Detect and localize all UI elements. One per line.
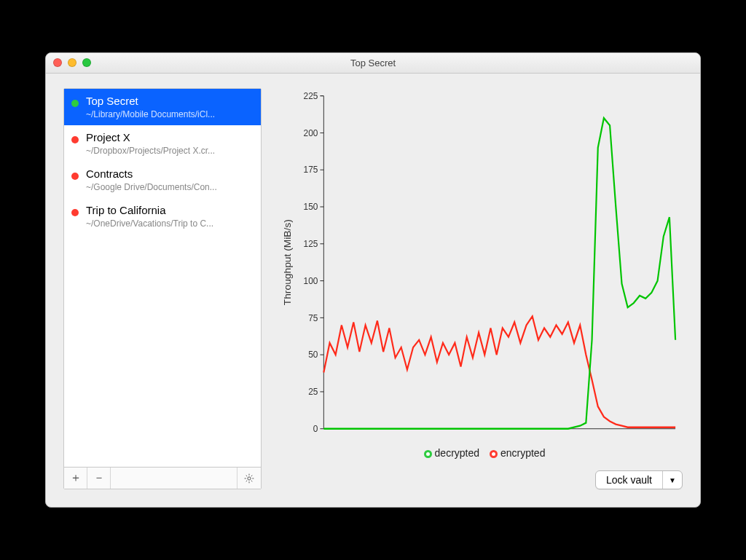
- status-dot-locked: [71, 136, 79, 143]
- vault-path: ~/OneDrive/Vacations/Trip to C...: [86, 218, 254, 229]
- svg-text:50: 50: [308, 350, 318, 360]
- legend-swatch-encrypted: [490, 450, 498, 458]
- app-window: Top Secret Top Secret~/Library/Mobile Do…: [45, 52, 701, 508]
- vault-name: Trip to California: [86, 204, 254, 217]
- status-dot-locked: [71, 209, 79, 216]
- chart-legend: decrypted encrypted: [279, 447, 683, 459]
- svg-text:150: 150: [304, 202, 318, 212]
- svg-text:25: 25: [308, 387, 318, 397]
- settings-button[interactable]: [237, 468, 261, 489]
- svg-text:175: 175: [304, 165, 318, 175]
- lock-vault-dropdown[interactable]: ▼: [663, 471, 682, 489]
- sidebar-toolbar: ＋ －: [64, 467, 261, 489]
- vault-path: ~/Google Drive/Documents/Con...: [86, 182, 254, 192]
- vault-path: ~/Dropbox/Projects/Project X.cr...: [86, 146, 254, 156]
- add-vault-button[interactable]: ＋: [64, 468, 87, 489]
- lock-vault-button[interactable]: Lock vault: [596, 471, 663, 489]
- traffic-lights: [53, 58, 91, 67]
- legend-label-decrypted: decrypted: [435, 447, 479, 459]
- titlebar: Top Secret: [46, 53, 700, 74]
- remove-vault-button[interactable]: －: [87, 468, 111, 489]
- vault-path: ~/Library/Mobile Documents/iCl...: [86, 109, 254, 119]
- action-row: Lock vault ▼: [279, 470, 683, 489]
- legend-swatch-decrypted: [424, 450, 432, 458]
- lock-vault-split-button: Lock vault ▼: [595, 470, 683, 489]
- svg-text:Throughput (MiB/s): Throughput (MiB/s): [282, 219, 292, 305]
- status-dot-locked: [71, 173, 79, 180]
- vault-name: Top Secret: [86, 95, 254, 108]
- svg-text:125: 125: [304, 239, 318, 249]
- vault-item[interactable]: Top Secret~/Library/Mobile Documents/iCl…: [64, 89, 261, 125]
- vault-item[interactable]: Project X~/Dropbox/Projects/Project X.cr…: [64, 125, 261, 162]
- svg-point-0: [248, 476, 251, 479]
- gear-icon: [243, 473, 255, 484]
- vault-sidebar: Top Secret~/Library/Mobile Documents/iCl…: [63, 88, 262, 489]
- svg-text:200: 200: [304, 127, 318, 138]
- window-title: Top Secret: [46, 58, 700, 68]
- vault-item[interactable]: Contracts~/Google Drive/Documents/Con...: [64, 162, 261, 198]
- vault-list: Top Secret~/Library/Mobile Documents/iCl…: [64, 89, 261, 467]
- close-window-button[interactable]: [53, 58, 62, 67]
- vault-item[interactable]: Trip to California~/OneDrive/Vacations/T…: [64, 198, 261, 234]
- vault-name: Contracts: [86, 167, 254, 181]
- legend-label-encrypted: encrypted: [500, 447, 545, 459]
- throughput-chart: 0255075100125150175200225Throughput (MiB…: [279, 88, 683, 444]
- window-body: Top Secret~/Library/Mobile Documents/iCl…: [46, 74, 700, 507]
- svg-text:100: 100: [304, 275, 318, 285]
- svg-text:75: 75: [308, 312, 318, 323]
- main-panel: 0255075100125150175200225Throughput (MiB…: [279, 88, 683, 489]
- vault-name: Project X: [86, 131, 254, 144]
- minimize-window-button[interactable]: [68, 58, 76, 67]
- svg-text:225: 225: [304, 90, 318, 100]
- fullscreen-window-button[interactable]: [82, 58, 91, 67]
- toolbar-spacer: [111, 468, 237, 489]
- status-dot-unlocked: [71, 100, 79, 107]
- svg-text:0: 0: [313, 424, 318, 434]
